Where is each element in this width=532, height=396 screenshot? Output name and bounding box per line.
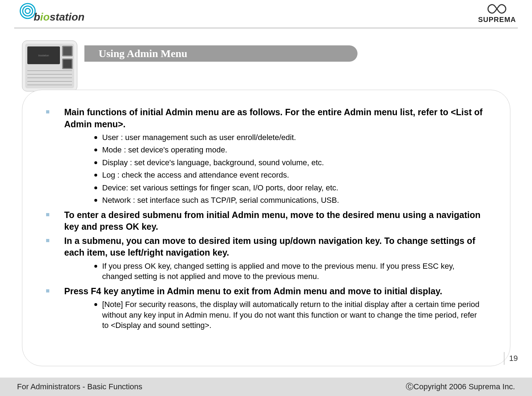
square-bullet-icon — [46, 239, 49, 242]
sub-bullet-list: [Note] For security reasons, the display… — [94, 299, 502, 330]
square-bullet-icon — [46, 110, 49, 113]
svg-point-1 — [23, 6, 33, 16]
sub-bullet-item: Mode : set device's operating mode. — [94, 145, 484, 155]
section-title-bar: Using Admin Menu — [84, 45, 358, 62]
main-bullet-text: Main functions of initial Admin menu are… — [64, 106, 490, 130]
footer-right: ⒸCopyright 2006 Suprema Inc. — [406, 381, 515, 392]
main-bullet-item: In a submenu, you can move to desired it… — [46, 235, 502, 259]
main-bullet-item: Press F4 key anytime in Admin menu to ex… — [46, 285, 502, 297]
sub-bullet-item: Log : check the access and attendance ev… — [94, 170, 484, 180]
main-bullet-item: Main functions of initial Admin menu are… — [46, 106, 502, 130]
device-thumbnail — [22, 40, 77, 91]
square-bullet-icon — [46, 213, 49, 216]
suprema-logo: SUPREMA — [478, 3, 516, 24]
main-bullet-text: In a submenu, you can move to desired it… — [64, 235, 490, 259]
page-header: biostation SUPREMA — [0, 0, 532, 28]
page-number: 19 — [504, 352, 518, 365]
square-bullet-icon — [46, 289, 49, 292]
content-body: Main functions of initial Admin menu are… — [46, 106, 502, 334]
main-bullet-text: Press F4 key anytime in Admin menu to ex… — [64, 285, 442, 297]
biostation-logo: biostation — [20, 3, 84, 22]
sub-bullet-item: User : user management such as user enro… — [94, 132, 484, 143]
main-bullet-text: To enter a desired submenu from initial … — [64, 209, 490, 233]
sub-bullet-item: Network : set interface such as TCP/IP, … — [94, 195, 484, 205]
sub-bullet-list: User : user management such as user enro… — [94, 132, 502, 206]
sub-bullet-item: [Note] For security reasons, the display… — [94, 299, 484, 330]
infinity-icon — [484, 3, 509, 15]
main-bullet-item: To enter a desired submenu from initial … — [46, 209, 502, 233]
sub-bullet-item: Display : set device's language, backgro… — [94, 157, 484, 168]
section-title: Using Admin Menu — [99, 48, 187, 60]
sub-bullet-item: Device: set various settings for finger … — [94, 183, 484, 193]
page-footer: For Administrators - Basic Functions ⒸCo… — [0, 378, 532, 396]
sub-bullet-item: If you press OK key, changed setting is … — [94, 261, 484, 282]
suprema-wordmark: SUPREMA — [478, 16, 516, 24]
biostation-wordmark: biostation — [34, 11, 84, 23]
footer-left: For Administrators - Basic Functions — [17, 382, 142, 391]
svg-point-2 — [25, 9, 30, 13]
sub-bullet-list: If you press OK key, changed setting is … — [94, 261, 502, 282]
